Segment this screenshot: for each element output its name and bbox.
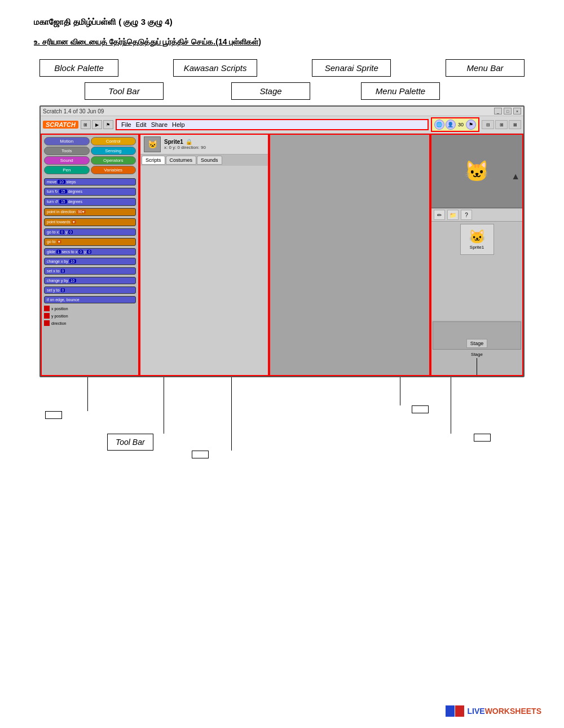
menu-share[interactable]: Share — [151, 121, 168, 128]
label-area: Block Palette Kawasan Scripts Senarai Sp… — [39, 59, 525, 100]
sprite-list-area: 🐱 Sprite1 — [431, 222, 522, 320]
cat-control[interactable]: Control — [91, 137, 136, 145]
tab-costumes[interactable]: Costumes — [166, 156, 197, 165]
menu-edit[interactable]: Edit — [136, 121, 147, 128]
kawasan-scripts-panel: 🐱 Sprite1 🔒 x: 0 y: 0 direction: 90 Scri… — [139, 134, 269, 376]
label-block-palette: Block Palette — [39, 59, 118, 77]
block-y-pos[interactable]: y position — [44, 313, 136, 319]
icon-label: 30 — [457, 120, 465, 130]
sprite-list-header: ✏ 📁 ? — [431, 208, 522, 222]
layout-btn-2[interactable]: ⊞ — [495, 120, 508, 129]
block-x-pos[interactable]: x position — [44, 306, 136, 311]
scratch-menu: File Edit Share Help — [116, 119, 429, 130]
right-panel: 🐱 ▲ ✏ 📁 ? 🐱 Sprite1 — [430, 134, 523, 376]
cat-sound[interactable]: Sound — [44, 156, 90, 165]
flag-icon[interactable]: ⚑ — [466, 120, 476, 130]
ann-block-palette — [45, 411, 62, 419]
menu-help[interactable]: Help — [172, 121, 185, 128]
sprite-camera-btn[interactable]: ? — [461, 210, 472, 220]
lock-icon: 🔒 — [186, 139, 192, 145]
livews-live: LIVE — [468, 707, 485, 716]
sprite-name-label: Sprite1 — [164, 139, 183, 145]
globe-icon[interactable]: 🌐 — [434, 120, 444, 130]
person-icon[interactable]: 👤 — [446, 120, 456, 130]
layout-btn-1[interactable]: ⊟ — [482, 120, 494, 129]
liveworksheets-logo: LIVEWORKSHEETS — [446, 705, 541, 717]
scratch-body: Motion Control Tools Sensing Sound Opera… — [41, 134, 523, 376]
toolbar-icon-1[interactable]: ⊞ — [81, 120, 91, 129]
sprite-coords: x: 0 y: 0 direction: 90 — [164, 145, 206, 150]
stage-arrow-indicator — [431, 358, 522, 375]
line-stage — [231, 377, 232, 451]
block-bounce[interactable]: if on edge, bounce — [44, 296, 136, 303]
line-block-palette — [87, 377, 88, 411]
line-tool-bar — [164, 377, 164, 434]
block-goto-xy[interactable]: go to x:0 y:0 — [44, 228, 136, 236]
page-title: மகாஜோதி தமிழ்ப்பள்ளி ( குழு 3 குழு 4) — [34, 17, 530, 27]
stage-section: Stage Stage — [431, 320, 522, 375]
block-palette-panel: Motion Control Tools Sensing Sound Opera… — [41, 134, 139, 376]
label-row-2: Tool Bar Stage Menu Palette — [39, 82, 525, 100]
window-controls: _ □ × — [494, 108, 521, 114]
layout-btn-3[interactable]: ⊠ — [509, 120, 521, 129]
stage-label-text: Stage — [431, 351, 522, 358]
scratch-top-right-icons: 🌐 👤 30 ⚑ — [431, 117, 479, 132]
cat-sensing[interactable]: Sensing — [91, 147, 136, 155]
label-menu-palette: Menu Palette — [361, 82, 440, 100]
block-change-x[interactable]: change x by 10 — [44, 258, 136, 265]
block-direction[interactable]: direction — [44, 320, 136, 326]
block-change-y[interactable]: change y by 10 — [44, 277, 136, 284]
livews-icon — [446, 705, 464, 717]
stage-thumbnail: Stage — [433, 321, 521, 350]
ann-senarai — [412, 405, 429, 413]
block-glide[interactable]: glide 1 secs to x:0 y:0 — [44, 248, 136, 255]
sprite-import-btn[interactable]: 📁 — [447, 210, 459, 220]
block-turn-cw[interactable]: turn ↻ 15 degrees — [44, 188, 136, 196]
stage-label: Stage — [466, 339, 488, 348]
toolbar-icon-2[interactable]: ▶ — [92, 120, 102, 129]
block-move[interactable]: move 10 steps — [44, 178, 136, 186]
annotation-area: Tool Bar — [39, 377, 525, 484]
cat-motion[interactable]: Motion — [44, 137, 90, 145]
scripts-area[interactable] — [140, 166, 268, 375]
ann-stage — [192, 451, 209, 458]
sprite-list-item-1[interactable]: 🐱 Sprite1 — [460, 224, 494, 255]
cat-pen[interactable]: Pen — [44, 166, 90, 174]
stage-panel — [269, 134, 430, 376]
livews-icon-red — [455, 705, 464, 717]
minimize-btn[interactable]: _ — [494, 108, 502, 114]
stage-vertical-line — [477, 358, 477, 375]
scratch-menubar: SCRATCH ⊞ ▶ ⚑ File Edit Share Help 🌐 👤 3… — [41, 116, 523, 134]
livews-text: LIVEWORKSHEETS — [468, 707, 541, 716]
maximize-btn[interactable]: □ — [504, 108, 512, 114]
palette-categories: Motion Control Tools Sensing Sound Opera… — [44, 137, 136, 174]
tab-scripts[interactable]: Scripts — [142, 156, 165, 165]
sprite-paint-btn[interactable]: ✏ — [434, 210, 445, 220]
menu-file[interactable]: File — [121, 121, 131, 128]
cat-variables[interactable]: Variables — [91, 166, 136, 174]
scratch-titlebar-text: Scratch 1.4 of 30 Jun 09 — [43, 108, 104, 114]
block-set-y[interactable]: set y to 0 — [44, 286, 136, 294]
scratch-toolbar-icons: ⊞ ▶ ⚑ — [81, 120, 113, 129]
toolbar-icon-3[interactable]: ⚑ — [103, 120, 113, 129]
block-set-x[interactable]: set x to 0 — [44, 267, 136, 275]
block-point-dir[interactable]: point in direction 90▾ — [44, 208, 136, 216]
label-row-1: Block Palette Kawasan Scripts Senarai Sp… — [39, 59, 525, 77]
label-stage: Stage — [231, 82, 310, 100]
layout-buttons: ⊟ ⊞ ⊠ — [482, 120, 521, 129]
line-menu-palette — [451, 377, 451, 434]
block-goto[interactable]: go to ▾ — [44, 238, 136, 246]
cat-tools[interactable]: Tools — [44, 147, 90, 155]
label-menu-bar: Menu Bar — [446, 59, 525, 77]
cat-operators[interactable]: Operators — [91, 156, 136, 165]
sprite-thumbnail: 🐱 — [144, 136, 161, 152]
scratch-window: Scratch 1.4 of 30 Jun 09 _ □ × SCRATCH ⊞… — [39, 105, 525, 377]
close-btn[interactable]: × — [513, 108, 521, 114]
stage-preview: 🐱 ▲ — [431, 135, 522, 208]
block-turn-ccw[interactable]: turn ↺ 15 degrees — [44, 198, 136, 206]
line-senarai — [400, 377, 400, 405]
tab-sounds[interactable]: Sounds — [197, 156, 222, 165]
stage-arrow: ▲ — [511, 171, 520, 182]
block-point-towards[interactable]: point towards ▾ — [44, 218, 136, 226]
scratch-titlebar: Scratch 1.4 of 30 Jun 09 _ □ × — [41, 107, 523, 116]
